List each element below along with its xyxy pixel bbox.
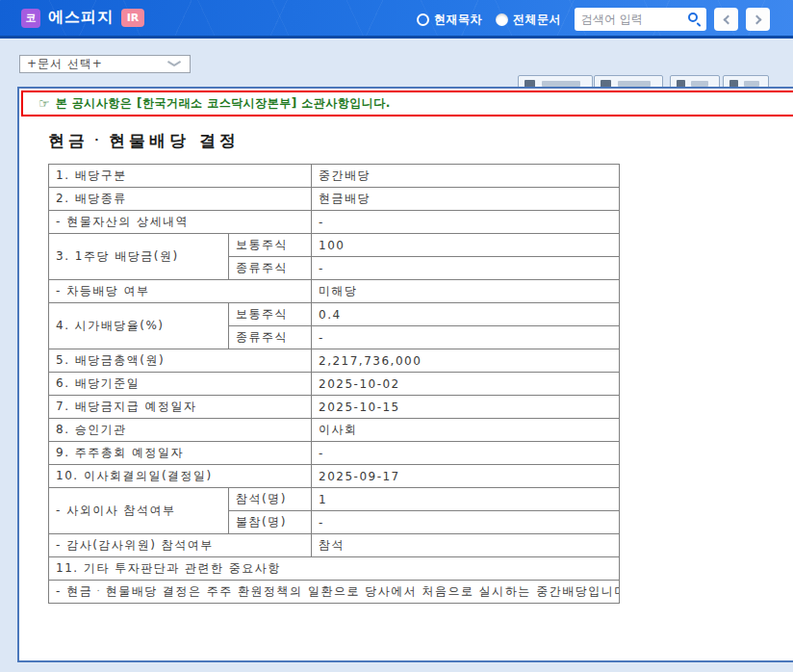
- row-label: 1. 배당구분: [49, 165, 312, 188]
- row-value: 2025-10-15: [312, 396, 620, 419]
- row-label: 11. 기타 투자판단과 관련한 중요사항: [49, 557, 620, 581]
- table-row: - 사외이사 참석여부 참석(명) 1: [49, 488, 620, 511]
- row-value: -: [312, 326, 620, 349]
- disclosure-viewer-panel: ☞ 본 공시사항은 [한국거래소 코스닥시장본부] 소관사항입니다. 현금ㆍ현물…: [17, 87, 793, 662]
- row-sublabel: 불참(명): [229, 511, 312, 534]
- search-icon[interactable]: [688, 13, 698, 22]
- row-label: - 차등배당 여부: [49, 280, 312, 303]
- row-label: 3. 1주당 배당금(원): [49, 234, 229, 280]
- row-value: -: [312, 257, 620, 280]
- table-row: - 감사(감사위원) 참석여부 참석: [49, 534, 620, 557]
- table-row: 10. 이사회결의일(결정일) 2025-09-17: [49, 465, 620, 488]
- row-value: 중간배당: [312, 165, 620, 188]
- table-row: 6. 배당기준일 2025-10-02: [49, 373, 620, 396]
- table-row: - 현금ㆍ현물배당 결정은 주주 환원정책의 일환으로 당사에서 처음으로 실시…: [49, 581, 620, 604]
- search-scope-radio-group: 현재목차 전체문서: [417, 12, 561, 28]
- row-value: 2,217,736,000: [312, 349, 620, 373]
- row-value: 0.4: [312, 303, 620, 326]
- row-value: 현금배당: [312, 188, 620, 211]
- page-title: 현금ㆍ현물배당 결정: [48, 130, 793, 152]
- row-sublabel: 참석(명): [229, 488, 312, 511]
- chevron-down-icon: [168, 61, 180, 67]
- row-value: 미해당: [312, 280, 620, 303]
- kosdaq-market-badge: 코: [21, 9, 40, 28]
- row-value: 2025-10-02: [312, 373, 620, 396]
- radio-all-documents-label: 전체문서: [513, 12, 561, 28]
- row-label: 6. 배당기준일: [49, 373, 312, 396]
- search-box: [575, 8, 706, 31]
- row-sublabel: 종류주식: [229, 257, 312, 280]
- document-select-dropdown[interactable]: +문서 선택+: [19, 55, 191, 73]
- chevron-left-icon: [723, 14, 732, 24]
- table-row: 7. 배당금지급 예정일자 2025-10-15: [49, 396, 620, 419]
- table-row: - 현물자산의 상세내역 -: [49, 211, 620, 234]
- header-search-area: 현재목차 전체문서: [417, 0, 770, 39]
- row-value: -: [312, 442, 620, 465]
- table-row: 5. 배당금총액(원) 2,217,736,000: [49, 349, 620, 373]
- chevron-right-icon: [752, 14, 761, 24]
- row-label: 9. 주주총회 예정일자: [49, 442, 312, 465]
- next-result-button[interactable]: [746, 8, 770, 31]
- radio-current-toc-circle[interactable]: [417, 13, 429, 26]
- row-value: -: [312, 211, 620, 234]
- row-label: 5. 배당금총액(원): [49, 349, 312, 373]
- table-row: 2. 배당종류 현금배당: [49, 188, 620, 211]
- other-important-matters-text: - 현금ㆍ현물배당 결정은 주주 환원정책의 일환으로 당사에서 처음으로 실시…: [49, 581, 620, 604]
- table-row: 4. 시가배당율(%) 보통주식 0.4: [49, 303, 620, 326]
- row-sublabel: 종류주식: [229, 326, 312, 349]
- radio-current-toc-label: 현재목차: [434, 12, 482, 28]
- table-row: - 차등배당 여부 미해당: [49, 280, 620, 303]
- row-label: 8. 승인기관: [49, 419, 312, 442]
- row-label: 4. 시가배당율(%): [49, 303, 229, 349]
- table-row: 1. 배당구분 중간배당: [49, 165, 620, 188]
- row-value: 이사회: [312, 419, 620, 442]
- row-label: - 감사(감사위원) 참석여부: [49, 534, 312, 557]
- table-row: 9. 주주총회 예정일자 -: [49, 442, 620, 465]
- search-input[interactable]: [581, 10, 682, 29]
- radio-current-toc[interactable]: 현재목차: [417, 12, 482, 28]
- radio-all-documents-circle[interactable]: [496, 13, 508, 26]
- dividend-decision-table: 1. 배당구분 중간배당 2. 배당종류 현금배당 - 현물자산의 상세내역 -…: [48, 164, 620, 604]
- row-label: - 현물자산의 상세내역: [49, 211, 312, 234]
- company-name: 에스피지: [48, 8, 114, 28]
- row-label: 7. 배당금지급 예정일자: [49, 396, 312, 419]
- row-label: - 사외이사 참석여부: [49, 488, 229, 534]
- row-label: 10. 이사회결의일(결정일): [49, 465, 312, 488]
- row-value: 참석: [312, 534, 620, 557]
- jurisdiction-notice: ☞ 본 공시사항은 [한국거래소 코스닥시장본부] 소관사항입니다.: [21, 90, 793, 116]
- jurisdiction-notice-text: 본 공시사항은 [한국거래소 코스닥시장본부] 소관사항입니다.: [56, 95, 391, 112]
- prev-result-button[interactable]: [714, 8, 738, 31]
- row-value: 1: [312, 488, 620, 511]
- pointing-hand-icon: ☞: [38, 96, 50, 111]
- table-row: 8. 승인기관 이사회: [49, 419, 620, 442]
- table-row: 3. 1주당 배당금(원) 보통주식 100: [49, 234, 620, 257]
- row-sublabel: 보통주식: [229, 303, 312, 326]
- radio-all-documents[interactable]: 전체문서: [496, 12, 561, 28]
- document-select-label: +문서 선택+: [27, 56, 103, 72]
- app-header: 코 에스피지 IR 현재목차 전체문서: [0, 0, 793, 39]
- row-value: 2025-09-17: [312, 465, 620, 488]
- row-value: -: [312, 511, 620, 534]
- table-row: 11. 기타 투자판단과 관련한 중요사항: [49, 557, 620, 581]
- row-value: 100: [312, 234, 620, 257]
- ir-badge: IR: [121, 9, 144, 27]
- row-label: 2. 배당종류: [49, 188, 312, 211]
- row-sublabel: 보통주식: [229, 234, 312, 257]
